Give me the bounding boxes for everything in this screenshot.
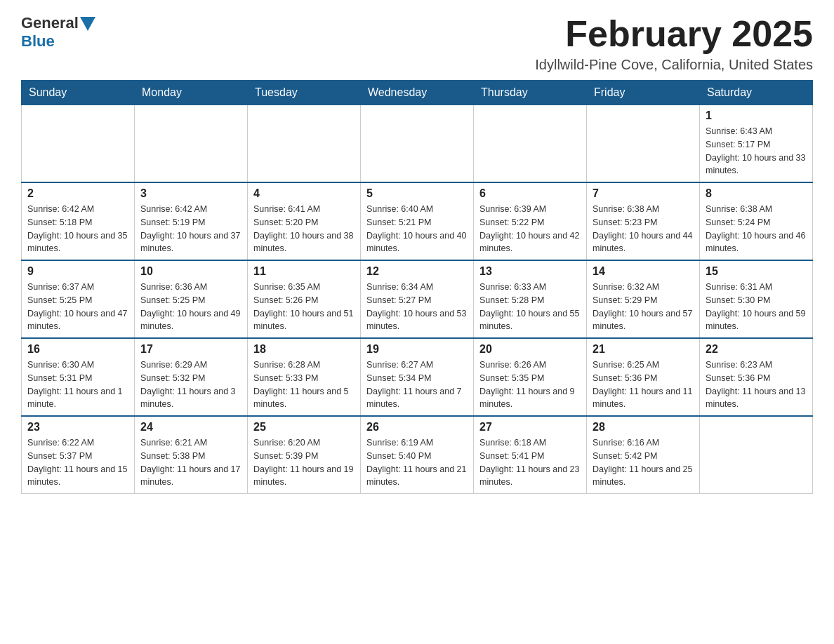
calendar-cell: [248, 105, 361, 183]
day-info: Sunrise: 6:42 AM Sunset: 5:19 PM Dayligh…: [140, 203, 241, 255]
logo-general-text: General: [21, 14, 79, 32]
calendar-header: Sunday Monday Tuesday Wednesday Thursday…: [22, 81, 813, 105]
svg-marker-0: [80, 17, 95, 31]
calendar-cell: 20Sunrise: 6:26 AM Sunset: 5:35 PM Dayli…: [474, 338, 587, 416]
calendar-cell: 19Sunrise: 6:27 AM Sunset: 5:34 PM Dayli…: [361, 338, 474, 416]
day-info: Sunrise: 6:27 AM Sunset: 5:34 PM Dayligh…: [366, 358, 468, 411]
subtitle: Idyllwild-Pine Cove, California, United …: [535, 57, 813, 73]
day-info: Sunrise: 6:30 AM Sunset: 5:31 PM Dayligh…: [27, 358, 128, 411]
day-info: Sunrise: 6:25 AM Sunset: 5:36 PM Dayligh…: [593, 358, 694, 411]
day-number: 13: [479, 265, 581, 278]
calendar-cell: 14Sunrise: 6:32 AM Sunset: 5:29 PM Dayli…: [587, 260, 700, 338]
day-info: Sunrise: 6:31 AM Sunset: 5:30 PM Dayligh…: [706, 281, 807, 333]
title-section: February 2025 Idyllwild-Pine Cove, Calif…: [535, 14, 813, 73]
day-info: Sunrise: 6:41 AM Sunset: 5:20 PM Dayligh…: [253, 203, 355, 255]
calendar-cell: 4Sunrise: 6:41 AM Sunset: 5:20 PM Daylig…: [248, 182, 361, 260]
col-wednesday: Wednesday: [361, 81, 474, 105]
day-info: Sunrise: 6:37 AM Sunset: 5:25 PM Dayligh…: [27, 281, 128, 333]
days-of-week-row: Sunday Monday Tuesday Wednesday Thursday…: [22, 81, 813, 105]
calendar-cell: 11Sunrise: 6:35 AM Sunset: 5:26 PM Dayli…: [248, 260, 361, 338]
main-title: February 2025: [535, 14, 813, 54]
day-info: Sunrise: 6:26 AM Sunset: 5:35 PM Dayligh…: [479, 358, 581, 411]
calendar-cell: 17Sunrise: 6:29 AM Sunset: 5:32 PM Dayli…: [135, 338, 248, 416]
calendar-cell: 22Sunrise: 6:23 AM Sunset: 5:36 PM Dayli…: [700, 338, 813, 416]
calendar-cell: [135, 105, 248, 183]
day-number: 23: [27, 421, 128, 434]
calendar-cell: 2Sunrise: 6:42 AM Sunset: 5:18 PM Daylig…: [22, 182, 135, 260]
calendar-cell: 23Sunrise: 6:22 AM Sunset: 5:37 PM Dayli…: [22, 416, 135, 494]
day-number: 14: [593, 265, 694, 278]
calendar-cell: [700, 416, 813, 494]
calendar-cell: [22, 105, 135, 183]
day-info: Sunrise: 6:33 AM Sunset: 5:28 PM Dayligh…: [479, 281, 581, 333]
day-info: Sunrise: 6:29 AM Sunset: 5:32 PM Dayligh…: [140, 358, 241, 411]
calendar-table: Sunday Monday Tuesday Wednesday Thursday…: [21, 80, 813, 494]
day-info: Sunrise: 6:40 AM Sunset: 5:21 PM Dayligh…: [366, 203, 468, 255]
logo-arrow-icon: [80, 17, 95, 31]
day-number: 24: [140, 421, 241, 434]
day-number: 20: [479, 343, 581, 356]
day-number: 28: [593, 421, 694, 434]
day-info: Sunrise: 6:18 AM Sunset: 5:41 PM Dayligh…: [479, 436, 581, 489]
day-number: 9: [27, 265, 128, 278]
day-info: Sunrise: 6:19 AM Sunset: 5:40 PM Dayligh…: [366, 436, 468, 489]
calendar-cell: 9Sunrise: 6:37 AM Sunset: 5:25 PM Daylig…: [22, 260, 135, 338]
day-number: 4: [253, 187, 355, 200]
logo: General Blue: [21, 14, 95, 51]
calendar-cell: 21Sunrise: 6:25 AM Sunset: 5:36 PM Dayli…: [587, 338, 700, 416]
calendar-cell: 5Sunrise: 6:40 AM Sunset: 5:21 PM Daylig…: [361, 182, 474, 260]
day-info: Sunrise: 6:32 AM Sunset: 5:29 PM Dayligh…: [593, 281, 694, 333]
day-number: 27: [479, 421, 581, 434]
calendar-week-1: 1Sunrise: 6:43 AM Sunset: 5:17 PM Daylig…: [22, 105, 813, 183]
day-number: 15: [706, 265, 807, 278]
day-info: Sunrise: 6:38 AM Sunset: 5:23 PM Dayligh…: [593, 203, 694, 255]
logo-line1: General: [21, 14, 95, 32]
calendar-cell: 7Sunrise: 6:38 AM Sunset: 5:23 PM Daylig…: [587, 182, 700, 260]
calendar-cell: 10Sunrise: 6:36 AM Sunset: 5:25 PM Dayli…: [135, 260, 248, 338]
day-info: Sunrise: 6:36 AM Sunset: 5:25 PM Dayligh…: [140, 281, 241, 333]
day-number: 3: [140, 187, 241, 200]
day-number: 10: [140, 265, 241, 278]
calendar-cell: 24Sunrise: 6:21 AM Sunset: 5:38 PM Dayli…: [135, 416, 248, 494]
day-info: Sunrise: 6:20 AM Sunset: 5:39 PM Dayligh…: [253, 436, 355, 489]
calendar-cell: 27Sunrise: 6:18 AM Sunset: 5:41 PM Dayli…: [474, 416, 587, 494]
day-info: Sunrise: 6:43 AM Sunset: 5:17 PM Dayligh…: [706, 125, 807, 177]
col-friday: Friday: [587, 81, 700, 105]
day-number: 1: [706, 109, 807, 122]
logo-blue-text: Blue: [21, 32, 95, 51]
day-number: 6: [479, 187, 581, 200]
day-info: Sunrise: 6:22 AM Sunset: 5:37 PM Dayligh…: [27, 436, 128, 489]
page-header: General Blue February 2025 Idyllwild-Pin…: [21, 14, 813, 73]
calendar-cell: 15Sunrise: 6:31 AM Sunset: 5:30 PM Dayli…: [700, 260, 813, 338]
calendar-cell: 8Sunrise: 6:38 AM Sunset: 5:24 PM Daylig…: [700, 182, 813, 260]
calendar-cell: 3Sunrise: 6:42 AM Sunset: 5:19 PM Daylig…: [135, 182, 248, 260]
day-number: 11: [253, 265, 355, 278]
calendar-cell: 12Sunrise: 6:34 AM Sunset: 5:27 PM Dayli…: [361, 260, 474, 338]
calendar-cell: 1Sunrise: 6:43 AM Sunset: 5:17 PM Daylig…: [700, 105, 813, 183]
day-number: 18: [253, 343, 355, 356]
day-number: 7: [593, 187, 694, 200]
calendar-cell: 18Sunrise: 6:28 AM Sunset: 5:33 PM Dayli…: [248, 338, 361, 416]
calendar-cell: 26Sunrise: 6:19 AM Sunset: 5:40 PM Dayli…: [361, 416, 474, 494]
day-info: Sunrise: 6:35 AM Sunset: 5:26 PM Dayligh…: [253, 281, 355, 333]
calendar-cell: 28Sunrise: 6:16 AM Sunset: 5:42 PM Dayli…: [587, 416, 700, 494]
calendar-week-5: 23Sunrise: 6:22 AM Sunset: 5:37 PM Dayli…: [22, 416, 813, 494]
col-monday: Monday: [135, 81, 248, 105]
day-info: Sunrise: 6:23 AM Sunset: 5:36 PM Dayligh…: [706, 358, 807, 411]
calendar-cell: [587, 105, 700, 183]
calendar-cell: [474, 105, 587, 183]
calendar-cell: 25Sunrise: 6:20 AM Sunset: 5:39 PM Dayli…: [248, 416, 361, 494]
calendar-body: 1Sunrise: 6:43 AM Sunset: 5:17 PM Daylig…: [22, 105, 813, 494]
day-number: 2: [27, 187, 128, 200]
day-info: Sunrise: 6:34 AM Sunset: 5:27 PM Dayligh…: [366, 281, 468, 333]
calendar-cell: 13Sunrise: 6:33 AM Sunset: 5:28 PM Dayli…: [474, 260, 587, 338]
col-thursday: Thursday: [474, 81, 587, 105]
day-number: 8: [706, 187, 807, 200]
day-number: 22: [706, 343, 807, 356]
day-number: 25: [253, 421, 355, 434]
day-number: 12: [366, 265, 468, 278]
col-tuesday: Tuesday: [248, 81, 361, 105]
day-number: 26: [366, 421, 468, 434]
day-number: 19: [366, 343, 468, 356]
day-number: 16: [27, 343, 128, 356]
